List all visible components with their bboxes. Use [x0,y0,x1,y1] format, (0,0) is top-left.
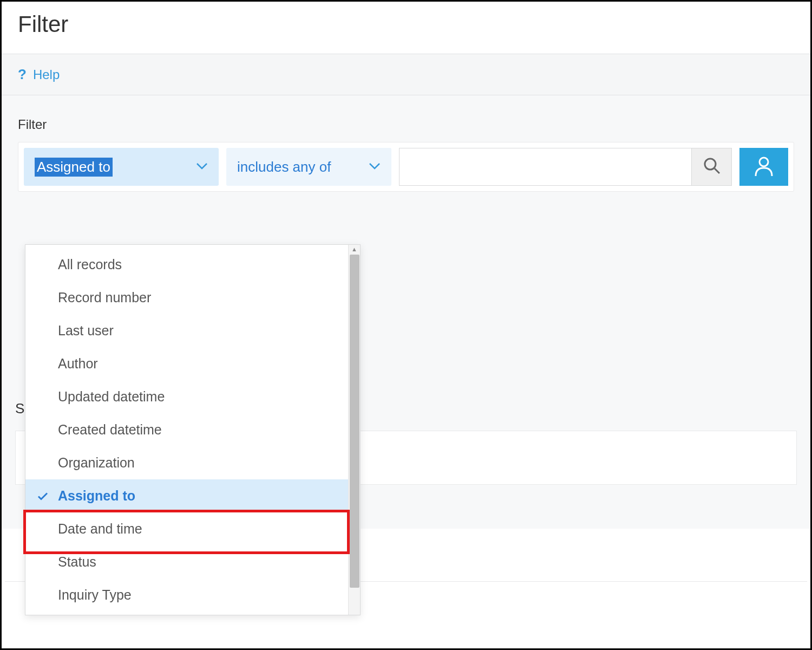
field-option-item[interactable]: Created datetime [25,413,348,446]
chevron-down-icon [196,161,208,173]
field-dropdown-panel: All recordsRecord numberLast userAuthorU… [25,244,361,615]
scrollbar-up-arrow-icon[interactable]: ▲ [351,245,357,253]
field-option-item[interactable]: Record number [25,281,348,314]
svg-point-2 [759,158,768,166]
field-option-item[interactable]: Updated datetime [25,380,348,413]
field-option-item[interactable]: Organization [25,446,348,479]
page-header: Filter [2,2,810,54]
field-option-label: Date and time [58,521,142,536]
field-option-label: All records [58,257,122,272]
scrollbar[interactable]: ▲ [348,245,360,615]
field-option-item[interactable]: All records [25,248,348,281]
field-option-label: Inquiry Type [58,587,132,602]
field-option-item[interactable]: Author [25,347,348,380]
user-picker-button[interactable] [739,148,788,186]
operator-dropdown-label: includes any of [237,159,331,176]
field-option-label: Organization [58,455,135,470]
field-option-label: Author [58,356,98,371]
chevron-down-icon [369,161,381,173]
filter-condition-row: Assigned to includes any of [18,142,794,192]
field-option-item[interactable]: Status [25,545,348,578]
field-option-label: Assigned to [58,488,135,503]
field-option-label: Status [58,554,96,569]
field-option-label: Record number [58,290,151,305]
field-option-label: Updated datetime [58,389,165,404]
help-bar[interactable]: ? Help [2,54,810,95]
field-option-item[interactable]: Assigned to [25,479,348,512]
field-option-item[interactable]: Inquiry Type [25,578,348,612]
svg-point-0 [705,159,716,170]
help-icon: ? [18,66,27,83]
value-input[interactable] [399,148,691,186]
scrollbar-thumb[interactable] [350,255,359,588]
field-dropdown[interactable]: Assigned to [24,148,219,186]
field-dropdown-label: Assigned to [35,158,113,177]
value-input-group [399,148,788,186]
secondary-section-label-fragment: S [15,400,24,417]
page-title: Filter [18,11,794,37]
user-icon [752,154,775,179]
search-icon [703,157,721,177]
field-option-label: Last user [58,323,114,338]
help-link-label: Help [33,67,60,82]
check-icon [37,488,48,504]
field-dropdown-list: All recordsRecord numberLast userAuthorU… [25,245,348,615]
field-option-item[interactable]: Date and time [25,512,348,545]
search-button[interactable] [691,148,732,186]
filter-section-label: Filter [18,117,794,132]
field-option-label: Created datetime [58,422,162,437]
svg-line-1 [715,168,719,173]
field-option-item[interactable]: Last user [25,314,348,347]
operator-dropdown[interactable]: includes any of [226,148,391,186]
